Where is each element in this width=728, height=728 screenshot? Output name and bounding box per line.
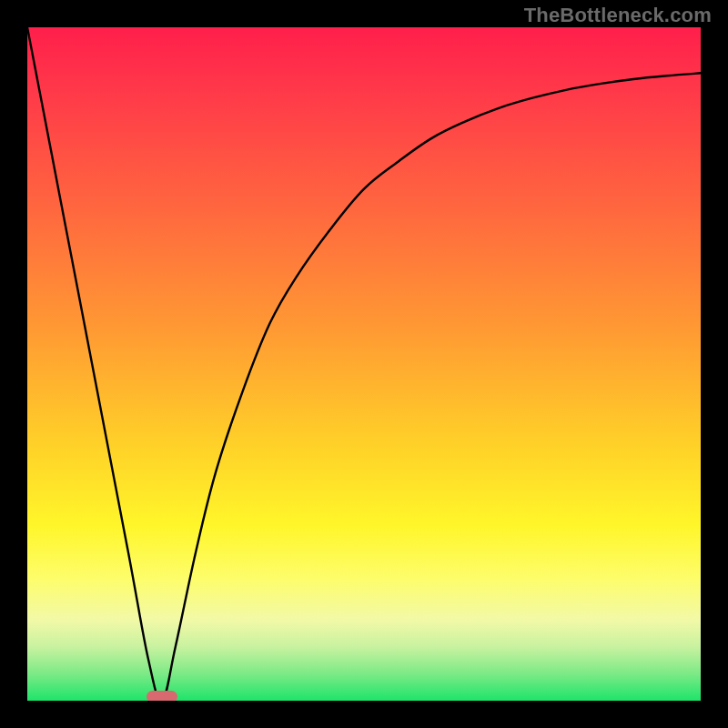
bottleneck-curve bbox=[27, 27, 701, 701]
chart-frame: TheBottleneck.com bbox=[0, 0, 728, 728]
curve-svg bbox=[27, 27, 701, 701]
watermark-text: TheBottleneck.com bbox=[524, 4, 712, 27]
minimum-marker bbox=[147, 691, 177, 701]
plot-area bbox=[27, 27, 701, 701]
